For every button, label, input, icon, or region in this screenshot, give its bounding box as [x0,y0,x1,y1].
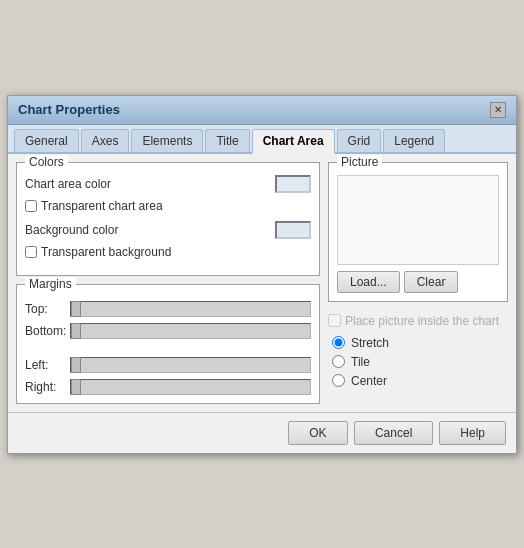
bottom-bar: OK Cancel Help [8,412,516,453]
tile-label: Tile [351,355,370,369]
right-margin-row: Right: [25,379,311,395]
tab-chart-area[interactable]: Chart Area [252,129,335,154]
tab-general[interactable]: General [14,129,79,152]
transparent-chart-label: Transparent chart area [41,199,163,213]
bottom-margin-slider[interactable] [70,323,311,339]
left-margin-row: Left: [25,357,311,373]
main-content: Colors Chart area color Transparent char… [8,154,516,412]
picture-group: Picture Load... Clear [328,162,508,302]
tab-grid[interactable]: Grid [337,129,382,152]
chart-area-color-label: Chart area color [25,177,111,191]
tab-title[interactable]: Title [205,129,249,152]
right-margin-slider[interactable] [70,379,311,395]
transparent-bg-row: Transparent background [25,245,311,259]
cancel-button[interactable]: Cancel [354,421,433,445]
transparent-bg-checkbox[interactable] [25,246,37,258]
colors-group: Colors Chart area color Transparent char… [16,162,320,276]
left-margin-label: Left: [25,358,70,372]
chart-area-color-row: Chart area color [25,175,311,193]
tab-axes[interactable]: Axes [81,129,130,152]
transparent-bg-label: Transparent background [41,245,171,259]
picture-buttons: Load... Clear [337,271,499,293]
bottom-margin-label: Bottom: [25,324,70,338]
top-margin-row: Top: [25,301,311,317]
tab-legend[interactable]: Legend [383,129,445,152]
top-margin-label: Top: [25,302,70,316]
left-margin-slider[interactable] [70,357,311,373]
place-inside-row: Place picture inside the chart [328,314,508,328]
transparent-chart-checkbox[interactable] [25,200,37,212]
left-panel: Colors Chart area color Transparent char… [16,162,320,404]
chart-properties-dialog: Chart Properties ✕ General Axes Elements… [7,95,517,454]
dialog-title: Chart Properties [18,102,120,117]
place-inside-checkbox[interactable] [328,314,341,327]
background-color-row: Background color [25,221,311,239]
close-button[interactable]: ✕ [490,102,506,118]
center-label: Center [351,374,387,388]
stretch-radio[interactable] [332,336,345,349]
stretch-label: Stretch [351,336,389,350]
margins-group-label: Margins [25,277,76,291]
margins-content: Top: Bottom: Left: Right: [25,301,311,395]
tab-elements[interactable]: Elements [131,129,203,152]
bottom-margin-row: Bottom: [25,323,311,339]
transparent-chart-row: Transparent chart area [25,199,311,213]
radio-options: Stretch Tile Center [328,336,508,388]
title-bar: Chart Properties ✕ [8,96,516,125]
right-panel: Picture Load... Clear Place picture insi… [328,162,508,404]
right-margin-label: Right: [25,380,70,394]
colors-group-label: Colors [25,155,68,169]
top-margin-slider[interactable] [70,301,311,317]
picture-preview [337,175,499,265]
chart-area-color-swatch[interactable] [275,175,311,193]
tile-row: Tile [332,355,508,369]
picture-group-label: Picture [337,155,382,169]
stretch-row: Stretch [332,336,508,350]
center-radio[interactable] [332,374,345,387]
background-color-label: Background color [25,223,118,237]
ok-button[interactable]: OK [288,421,348,445]
help-button[interactable]: Help [439,421,506,445]
tile-radio[interactable] [332,355,345,368]
load-button[interactable]: Load... [337,271,400,293]
margins-group: Margins Top: Bottom: Left: [16,284,320,404]
clear-button[interactable]: Clear [404,271,459,293]
picture-options: Place picture inside the chart Stretch T… [328,314,508,388]
tab-bar: General Axes Elements Title Chart Area G… [8,125,516,154]
place-inside-label: Place picture inside the chart [345,314,499,328]
center-row: Center [332,374,508,388]
background-color-swatch[interactable] [275,221,311,239]
